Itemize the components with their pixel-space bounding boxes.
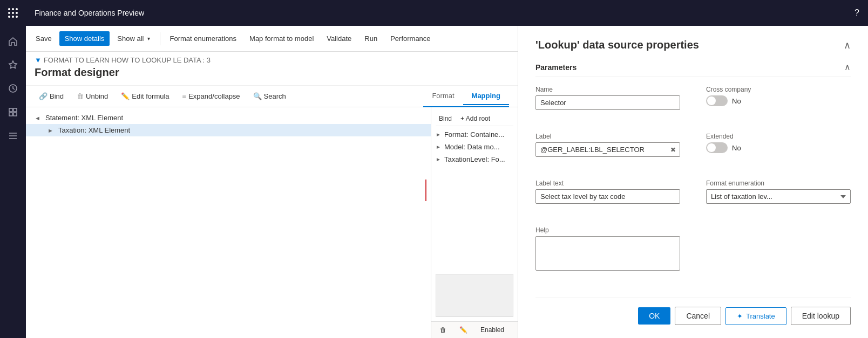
mapping-chevron-taxation: ► (436, 156, 441, 162)
extended-label: Extended (706, 133, 851, 140)
panel-collapse-button[interactable]: ∧ (844, 39, 851, 51)
edit-mapping-button[interactable]: ✏️ (455, 324, 472, 336)
help-label: Help (535, 226, 680, 234)
unbind-button[interactable]: 🗑 Unbind (72, 90, 112, 102)
svg-rect-3 (9, 113, 12, 116)
delete-mapping-button[interactable]: 🗑 (436, 324, 451, 336)
map-format-to-model-button[interactable]: Map format to model (244, 31, 319, 46)
app-launcher-icon (8, 8, 18, 18)
label-text-label: Label text (535, 180, 680, 187)
preview-box (436, 274, 513, 317)
name-input[interactable] (535, 95, 680, 110)
form-grid: Name Cross company No Label ✖ (535, 86, 851, 285)
cross-company-toggle[interactable] (706, 95, 728, 106)
left-sidebar (0, 0, 26, 338)
tree-item-statement[interactable]: ◄ Statement: XML Element (26, 112, 431, 124)
tree-item-statement-label: Statement: XML Element (45, 114, 123, 122)
format-enumeration-select[interactable]: List of taxation lev... (706, 189, 851, 204)
svg-rect-4 (13, 113, 17, 116)
tree-item-taxation[interactable]: ► Taxation: XML Element (26, 124, 431, 136)
show-all-button[interactable]: Show all ▾ (112, 31, 155, 46)
mapping-item-taxation[interactable]: ► TaxationLevel: Fo... (436, 153, 513, 165)
cancel-button[interactable]: Cancel (675, 307, 721, 325)
tree-toggle-statement: ◄ (35, 115, 43, 121)
mapping-items: Bind + Add root ► Format: Containe... ► … (431, 107, 518, 270)
format-enumerations-button[interactable]: Format enumerations (165, 31, 242, 46)
bind-button[interactable]: 🔗 Bind (35, 90, 68, 102)
format-enumeration-label: Format enumeration (706, 180, 851, 187)
search-button[interactable]: 🔍 Search (249, 90, 290, 102)
tree-toggle-taxation: ► (48, 127, 56, 134)
sidebar-item-modules[interactable] (0, 125, 26, 147)
unbind-icon: 🗑 (77, 92, 84, 100)
translate-button[interactable]: ✦ Translate (725, 307, 786, 325)
show-details-button[interactable]: Show details (59, 31, 110, 46)
mapping-bottom-toolbar: 🗑 ✏️ Enabled (431, 321, 518, 338)
run-button[interactable]: Run (359, 31, 383, 46)
sidebar-item-home[interactable] (0, 30, 26, 52)
left-panel: Save Show details Show all ▾ Format enum… (26, 26, 518, 338)
section-header: Parameters ∧ (535, 62, 851, 77)
mapping-item-model[interactable]: ► Model: Data mo... (436, 141, 513, 153)
performance-button[interactable]: Performance (385, 31, 436, 46)
tree-area: ◄ Statement: XML Element ► Taxation: XML… (26, 107, 431, 338)
sidebar-item-favorites[interactable] (0, 54, 26, 75)
cross-company-value: No (732, 97, 741, 105)
right-panel: 'Lookup' data source properties ∧ Parame… (518, 26, 868, 338)
section-title: Parameters (535, 63, 577, 72)
panel-title: 'Lookup' data source properties (535, 39, 699, 51)
validate-button[interactable]: Validate (321, 31, 357, 46)
cross-company-label: Cross company (706, 86, 851, 93)
label-text-input[interactable] (535, 189, 680, 204)
filter-icon: ▼ (35, 56, 42, 64)
extended-toggle-row: No (706, 142, 851, 153)
mapping-chevron-format: ► (436, 132, 441, 137)
extended-group: Extended No (706, 133, 851, 171)
save-button[interactable]: Save (30, 31, 57, 46)
extended-toggle[interactable] (706, 142, 728, 153)
mapping-panel: Bind + Add root ► Format: Containe... ► … (431, 107, 518, 338)
mapping-item-format[interactable]: ► Format: Containe... (436, 128, 513, 141)
show-all-label: Show all (117, 35, 144, 43)
resize-divider[interactable] (425, 180, 426, 201)
sidebar-nav (0, 30, 26, 147)
bind-icon: 🔗 (39, 92, 48, 100)
expand-collapse-button[interactable]: ≡ Expand/collapse (178, 90, 245, 102)
label-clear-icon[interactable]: ✖ (670, 146, 676, 154)
label-text-field-group: Label text (535, 180, 680, 218)
sidebar-item-recent[interactable] (0, 78, 26, 99)
tree-item-taxation-label: Taxation: XML Element (58, 126, 130, 134)
edit-formula-button[interactable]: ✏️ Edit formula (117, 90, 173, 102)
ok-button[interactable]: OK (638, 307, 670, 325)
label-field-group: Label ✖ (535, 133, 680, 171)
cross-company-group: Cross company No (706, 86, 851, 124)
mapping-bind-button[interactable]: Bind (436, 114, 455, 123)
help-textarea[interactable] (535, 236, 680, 271)
app-title: Finance and Operations Preview (35, 9, 144, 17)
pencil-icon: ✏️ (121, 92, 130, 100)
section-collapse-button[interactable]: ∧ (844, 62, 851, 72)
title-area: ▼ FORMAT TO LEARN HOW TO LOOKUP LE DATA … (26, 52, 518, 86)
label-input[interactable] (535, 142, 680, 157)
label-input-wrapper: ✖ (535, 142, 680, 157)
main-toolbar: Save Show details Show all ▾ Format enum… (26, 26, 518, 52)
svg-rect-1 (9, 108, 12, 112)
tree-mapping-area: ◄ Statement: XML Element ► Taxation: XML… (26, 107, 518, 338)
sidebar-item-workspaces[interactable] (0, 101, 26, 123)
panel-header: 'Lookup' data source properties ∧ (535, 39, 851, 51)
tab-mapping[interactable]: Mapping (463, 87, 509, 105)
expand-icon: ≡ (182, 92, 187, 100)
search-icon: 🔍 (253, 92, 262, 100)
tab-format[interactable]: Format (423, 87, 463, 105)
edit-lookup-button[interactable]: Edit lookup (791, 307, 851, 325)
mapping-add-root-button[interactable]: + Add root (457, 114, 493, 123)
content-area: Save Show details Show all ▾ Format enum… (26, 26, 868, 338)
show-all-dropdown-icon: ▾ (147, 36, 150, 42)
extended-value: No (732, 144, 741, 152)
mapping-toolbar-top: Bind + Add root (436, 112, 513, 126)
header-right: ? (855, 8, 859, 18)
breadcrumb: ▼ FORMAT TO LEARN HOW TO LOOKUP LE DATA … (35, 56, 509, 64)
help-icon[interactable]: ? (855, 8, 859, 18)
app-launcher-button[interactable] (0, 0, 26, 26)
main-content: Finance and Operations Preview ? Save Sh… (26, 0, 868, 338)
